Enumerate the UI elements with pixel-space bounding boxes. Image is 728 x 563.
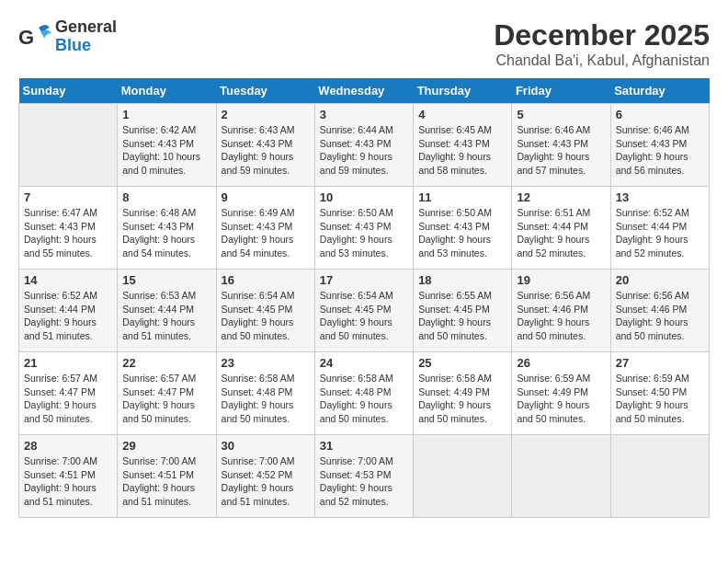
daylight-text: Daylight: 9 hours and 50 minutes. — [616, 316, 704, 342]
daylight-text: Daylight: 9 hours and 50 minutes. — [320, 398, 408, 425]
daylight-text: Daylight: 9 hours and 50 minutes. — [222, 316, 310, 342]
calendar-cell: 7 Sunrise: 6:47 AM Sunset: 4:43 PM Dayli… — [19, 187, 118, 270]
daylight-text: Daylight: 9 hours and 53 minutes. — [418, 233, 506, 259]
sunrise-text: Sunrise: 6:59 AM — [517, 372, 605, 385]
sunrise-text: Sunrise: 7:00 AM — [320, 454, 408, 468]
daylight-text: Daylight: 9 hours and 50 minutes. — [517, 398, 605, 425]
sunset-text: Sunset: 4:43 PM — [320, 220, 408, 234]
daylight-text: Daylight: 9 hours and 50 minutes. — [418, 316, 506, 342]
calendar-cell: 30 Sunrise: 7:00 AM Sunset: 4:52 PM Dayl… — [216, 435, 314, 518]
day-number: 17 — [320, 273, 408, 287]
day-info: Sunrise: 6:43 AM Sunset: 4:43 PM Dayligh… — [222, 123, 310, 178]
sunset-text: Sunset: 4:44 PM — [616, 220, 704, 234]
calendar-cell: 28 Sunrise: 7:00 AM Sunset: 4:51 PM Dayl… — [19, 435, 118, 518]
day-info: Sunrise: 6:58 AM Sunset: 4:49 PM Dayligh… — [418, 372, 506, 426]
daylight-text: Daylight: 9 hours and 59 minutes. — [320, 150, 408, 177]
sunset-text: Sunset: 4:43 PM — [122, 220, 210, 234]
day-info: Sunrise: 6:45 AM Sunset: 4:43 PM Dayligh… — [418, 123, 506, 178]
logo-text: General — [55, 18, 117, 37]
calendar-cell: 15 Sunrise: 6:53 AM Sunset: 4:44 PM Dayl… — [118, 270, 216, 352]
sunrise-text: Sunrise: 6:55 AM — [418, 289, 506, 303]
day-info: Sunrise: 6:56 AM Sunset: 4:46 PM Dayligh… — [517, 289, 605, 343]
sunset-text: Sunset: 4:43 PM — [320, 137, 408, 151]
day-number: 12 — [517, 190, 605, 204]
daylight-text: Daylight: 9 hours and 51 minutes. — [122, 316, 210, 342]
sunrise-text: Sunrise: 6:49 AM — [222, 206, 310, 220]
day-info: Sunrise: 6:58 AM Sunset: 4:48 PM Dayligh… — [320, 372, 408, 426]
daylight-text: Daylight: 9 hours and 52 minutes. — [517, 233, 605, 259]
daylight-text: Daylight: 9 hours and 58 minutes. — [418, 150, 506, 177]
svg-text:G: G — [18, 26, 34, 49]
calendar-cell: 5 Sunrise: 6:46 AM Sunset: 4:43 PM Dayli… — [512, 104, 610, 187]
logo-blue: Blue — [55, 37, 117, 55]
sunset-text: Sunset: 4:47 PM — [122, 385, 210, 399]
calendar-cell: 9 Sunrise: 6:49 AM Sunset: 4:43 PM Dayli… — [216, 187, 314, 270]
day-info: Sunrise: 7:00 AM Sunset: 4:51 PM Dayligh… — [24, 454, 112, 509]
calendar-cell: 20 Sunrise: 6:56 AM Sunset: 4:46 PM Dayl… — [610, 270, 709, 352]
daylight-text: Daylight: 9 hours and 50 minutes. — [320, 316, 408, 342]
day-number: 10 — [320, 190, 408, 204]
calendar-cell: 6 Sunrise: 6:46 AM Sunset: 4:43 PM Dayli… — [610, 104, 709, 187]
sunrise-text: Sunrise: 6:46 AM — [517, 123, 605, 137]
sunrise-text: Sunrise: 6:57 AM — [24, 372, 112, 385]
day-info: Sunrise: 6:42 AM Sunset: 4:43 PM Dayligh… — [122, 123, 210, 178]
sunset-text: Sunset: 4:45 PM — [320, 303, 408, 316]
sunset-text: Sunset: 4:43 PM — [24, 220, 112, 234]
day-number: 11 — [418, 190, 506, 204]
day-header-monday: Monday — [118, 78, 216, 104]
day-header-sunday: Sunday — [19, 78, 118, 104]
day-header-friday: Friday — [512, 78, 610, 104]
daylight-text: Daylight: 9 hours and 56 minutes. — [616, 150, 704, 177]
sunrise-text: Sunrise: 7:00 AM — [122, 454, 210, 468]
day-number: 1 — [122, 108, 210, 121]
day-info: Sunrise: 6:53 AM Sunset: 4:44 PM Dayligh… — [122, 289, 210, 343]
calendar-cell: 29 Sunrise: 7:00 AM Sunset: 4:51 PM Dayl… — [118, 435, 216, 518]
day-number: 23 — [222, 356, 310, 370]
calendar-week-1: 1 Sunrise: 6:42 AM Sunset: 4:43 PM Dayli… — [19, 104, 710, 187]
sunrise-text: Sunrise: 6:58 AM — [418, 372, 506, 385]
calendar-cell: 22 Sunrise: 6:57 AM Sunset: 4:47 PM Dayl… — [118, 352, 216, 435]
sunset-text: Sunset: 4:43 PM — [418, 137, 506, 151]
day-number: 14 — [24, 273, 112, 287]
day-info: Sunrise: 6:54 AM Sunset: 4:45 PM Dayligh… — [320, 289, 408, 343]
calendar-cell: 25 Sunrise: 6:58 AM Sunset: 4:49 PM Dayl… — [414, 352, 512, 435]
day-info: Sunrise: 6:49 AM Sunset: 4:43 PM Dayligh… — [222, 206, 310, 260]
calendar-cell: 31 Sunrise: 7:00 AM Sunset: 4:53 PM Dayl… — [314, 435, 413, 518]
sunset-text: Sunset: 4:43 PM — [616, 137, 704, 151]
calendar-cell: 2 Sunrise: 6:43 AM Sunset: 4:43 PM Dayli… — [216, 104, 314, 187]
sunset-text: Sunset: 4:51 PM — [24, 468, 112, 482]
day-info: Sunrise: 6:57 AM Sunset: 4:47 PM Dayligh… — [122, 372, 210, 426]
calendar-cell: 18 Sunrise: 6:55 AM Sunset: 4:45 PM Dayl… — [414, 270, 512, 352]
title-block: December 2025 Chandal Ba'i, Kabul, Afgha… — [494, 18, 710, 69]
sunset-text: Sunset: 4:46 PM — [616, 303, 704, 316]
day-info: Sunrise: 6:50 AM Sunset: 4:43 PM Dayligh… — [418, 206, 506, 260]
sunrise-text: Sunrise: 6:58 AM — [320, 372, 408, 385]
daylight-text: Daylight: 9 hours and 51 minutes. — [24, 481, 112, 508]
sunset-text: Sunset: 4:43 PM — [418, 220, 506, 234]
sunrise-text: Sunrise: 6:56 AM — [517, 289, 605, 303]
calendar-cell: 13 Sunrise: 6:52 AM Sunset: 4:44 PM Dayl… — [610, 187, 709, 270]
day-header-wednesday: Wednesday — [314, 78, 413, 104]
calendar-cell: 19 Sunrise: 6:56 AM Sunset: 4:46 PM Dayl… — [512, 270, 610, 352]
day-number: 30 — [222, 439, 310, 453]
sunset-text: Sunset: 4:43 PM — [122, 137, 210, 151]
daylight-text: Daylight: 9 hours and 54 minutes. — [222, 233, 310, 259]
sunset-text: Sunset: 4:44 PM — [517, 220, 605, 234]
day-header-tuesday: Tuesday — [216, 78, 314, 104]
day-info: Sunrise: 7:00 AM Sunset: 4:51 PM Dayligh… — [122, 454, 210, 509]
day-number: 29 — [122, 439, 210, 453]
page-header: G General Blue December 2025 Chandal Ba'… — [18, 18, 710, 69]
day-info: Sunrise: 7:00 AM Sunset: 4:52 PM Dayligh… — [222, 454, 310, 509]
sunset-text: Sunset: 4:51 PM — [122, 468, 210, 482]
daylight-text: Daylight: 9 hours and 55 minutes. — [24, 233, 112, 259]
sunrise-text: Sunrise: 6:46 AM — [616, 123, 704, 137]
day-number: 28 — [24, 439, 112, 453]
day-number: 21 — [24, 356, 112, 370]
calendar-cell — [610, 435, 709, 518]
sunrise-text: Sunrise: 6:42 AM — [122, 123, 210, 137]
sunset-text: Sunset: 4:43 PM — [222, 137, 310, 151]
calendar-cell: 4 Sunrise: 6:45 AM Sunset: 4:43 PM Dayli… — [414, 104, 512, 187]
calendar-cell: 21 Sunrise: 6:57 AM Sunset: 4:47 PM Dayl… — [19, 352, 118, 435]
sunset-text: Sunset: 4:52 PM — [222, 468, 310, 482]
calendar-week-2: 7 Sunrise: 6:47 AM Sunset: 4:43 PM Dayli… — [19, 187, 710, 270]
